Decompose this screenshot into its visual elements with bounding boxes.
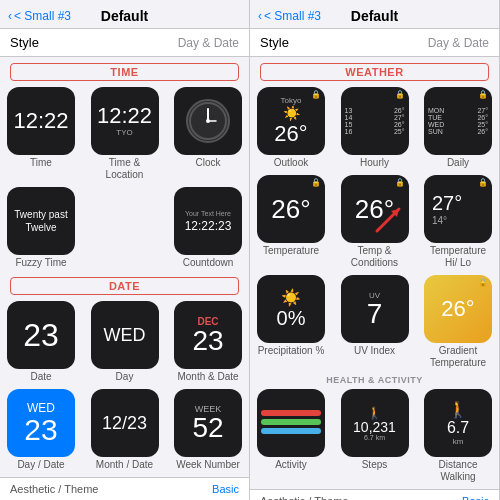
- widget-item-outlook[interactable]: 🔒 Tokyo ☀️ 26° Outlook: [256, 87, 326, 169]
- precip-display: 0%: [277, 307, 306, 330]
- daily-grid: MON27° TUE26° WED25° SUN26°: [424, 104, 492, 138]
- day-label: Day: [116, 371, 134, 383]
- hilo-hi: 27°: [432, 192, 462, 215]
- widget-item-temp-hilo[interactable]: 🔒 27° 14° Temperature Hi/ Lo: [423, 175, 493, 269]
- lock-icon-temperature: 🔒: [311, 178, 321, 187]
- time-display: 12:22: [13, 110, 68, 132]
- day-date-content: WED 23: [24, 401, 57, 445]
- right-back-button[interactable]: ‹ < Small #3: [258, 9, 321, 23]
- widget-item-time-location[interactable]: 12:22 TYO Time & Location: [90, 87, 160, 181]
- style-label-right: Style: [260, 35, 289, 50]
- uv-display: 7: [367, 300, 383, 328]
- daily-row3: WED25°: [428, 121, 488, 128]
- widget-item-date[interactable]: 23 Date: [6, 301, 76, 383]
- left-back-button[interactable]: ‹ < Small #3: [8, 9, 71, 23]
- steps-walk-icon: 🚶: [367, 406, 382, 420]
- lock-icon-outlook: 🔒: [311, 90, 321, 99]
- temperature-display: 26°: [271, 194, 310, 225]
- widget-box-week: WEEK 52: [174, 389, 242, 457]
- precip-sun-icon: ☀️: [281, 288, 301, 307]
- time-location-label: Time & Location: [90, 157, 160, 181]
- distance-content: 🚶 6.7 km: [447, 400, 469, 446]
- widget-box-outlook: 🔒 Tokyo ☀️ 26°: [257, 87, 325, 155]
- left-aesthetic-value[interactable]: Basic: [212, 483, 239, 495]
- widget-item-day-date[interactable]: WED 23 Day / Date: [6, 389, 76, 471]
- uv-content: UV 7: [367, 291, 383, 328]
- widget-box-temperature: 🔒 26°: [257, 175, 325, 243]
- temp-hilo-label: Temperature Hi/ Lo: [423, 245, 493, 269]
- daily-row4: SUN26°: [428, 128, 488, 135]
- steps-distance: 6.7 km: [364, 434, 385, 441]
- left-header: ‹ < Small #3 Default: [0, 0, 249, 29]
- widget-item-countdown[interactable]: Your Text Here 12:22:23 Countdown: [173, 187, 243, 269]
- time-label: Time: [30, 157, 52, 169]
- month-date-content: DEC 23: [192, 316, 223, 355]
- lock-icon-hourly: 🔒: [395, 90, 405, 99]
- health-widget-grid: Activity 🚶 10,231 6.7 km Steps 🚶 6.7 km: [250, 387, 499, 485]
- style-label-left: Style: [10, 35, 39, 50]
- widget-item-week[interactable]: WEEK 52 Week Number: [173, 389, 243, 471]
- widget-item-temp-conditions[interactable]: 🔒 26° Temp & Conditions: [340, 175, 410, 269]
- widget-box-time-location: 12:22 TYO: [91, 87, 159, 155]
- week-number: 52: [192, 414, 223, 442]
- widget-box-daily: 🔒 MON27° TUE26° WED25° SUN26°: [424, 87, 492, 155]
- date-display: 23: [23, 319, 59, 351]
- widget-item-steps[interactable]: 🚶 10,231 6.7 km Steps: [340, 389, 410, 483]
- widget-item-day[interactable]: WED Day: [90, 301, 160, 383]
- hourly-row3: 1526°: [345, 121, 405, 128]
- conditions-arrow-icon: [369, 199, 409, 239]
- widget-box-temp-conditions: 🔒 26°: [341, 175, 409, 243]
- widget-box-fuzzy: Twenty past Twelve: [7, 187, 75, 255]
- distance-display: 6.7: [447, 419, 469, 437]
- widget-item-uv[interactable]: UV 7 UV Index: [340, 275, 410, 369]
- distance-walk-icon: 🚶: [448, 400, 468, 419]
- widget-box-gradient-temp: 🔒 26°: [424, 275, 492, 343]
- month-slash-label: Month / Date: [96, 459, 153, 471]
- widget-item-time[interactable]: 12:22 Time: [6, 87, 76, 181]
- day-date-label: Day / Date: [17, 459, 64, 471]
- chevron-left-icon: ‹: [8, 9, 12, 23]
- clock-label: Clock: [195, 157, 220, 169]
- svg-point-3: [206, 119, 210, 123]
- outlook-city: Tokyo: [281, 96, 302, 105]
- activity-bar-blue: [261, 428, 321, 434]
- health-section-header: HEALTH & ACTIVITY: [250, 371, 499, 387]
- style-row-right: Style Day & Date: [250, 29, 499, 57]
- uv-label: UV Index: [354, 345, 395, 357]
- countdown-time: 12:22:23: [185, 219, 232, 233]
- hourly-row2: 1427°: [345, 114, 405, 121]
- widget-item-hourly[interactable]: 🔒 1326° 1427° 1526° 1625° Hourly: [340, 87, 410, 169]
- widget-item-month-slash[interactable]: 12/23 Month / Date: [90, 389, 160, 471]
- widget-item-precipitation[interactable]: ☀️ 0% Precipitation %: [256, 275, 326, 369]
- widget-item-fuzzy[interactable]: Twenty past Twelve Fuzzy Time: [6, 187, 76, 269]
- left-panel: ‹ < Small #3 Default Style Day & Date TI…: [0, 0, 250, 500]
- hourly-row1: 1326°: [345, 107, 405, 114]
- temp-conditions-label: Temp & Conditions: [340, 245, 410, 269]
- right-aesthetic-value[interactable]: Basic: [462, 495, 489, 500]
- countdown-label: Countdown: [183, 257, 234, 269]
- widget-item-gradient-temp[interactable]: 🔒 26° Gradient Temperature: [423, 275, 493, 369]
- hilo-content: 27° 14°: [424, 186, 492, 232]
- style-value-left: Day & Date: [178, 36, 239, 50]
- widget-item-month-date[interactable]: DEC 23 Month & Date: [173, 301, 243, 383]
- widget-box-hourly: 🔒 1326° 1427° 1526° 1625°: [341, 87, 409, 155]
- right-aesthetic-label: Aesthetic / Theme: [260, 495, 348, 500]
- month-slash-display: 12/23: [102, 413, 147, 434]
- left-bottom-bar: Aesthetic / Theme Basic: [0, 477, 249, 500]
- fuzzy-display: Twenty past Twelve: [7, 204, 75, 238]
- activity-label: Activity: [275, 459, 307, 471]
- widget-item-distance[interactable]: 🚶 6.7 km Distance Walking: [423, 389, 493, 483]
- distance-label: Distance Walking: [423, 459, 493, 483]
- time-section-header: TIME: [10, 63, 239, 81]
- widget-item-daily[interactable]: 🔒 MON27° TUE26° WED25° SUN26° Daily: [423, 87, 493, 169]
- right-panel: ‹ < Small #3 Default Style Day & Date WE…: [250, 0, 500, 500]
- widget-box-month-date: DEC 23: [174, 301, 242, 369]
- steps-label: Steps: [362, 459, 388, 471]
- week-content: WEEK 52: [192, 404, 223, 442]
- widget-item-activity[interactable]: Activity: [256, 389, 326, 483]
- style-value-right: Day & Date: [428, 36, 489, 50]
- time-widget-grid: 12:22 Time 12:22 TYO Time & Location: [0, 85, 249, 271]
- widget-item-temperature[interactable]: 🔒 26° Temperature: [256, 175, 326, 269]
- right-header: ‹ < Small #3 Default: [250, 0, 499, 29]
- widget-item-clock[interactable]: Clock: [173, 87, 243, 181]
